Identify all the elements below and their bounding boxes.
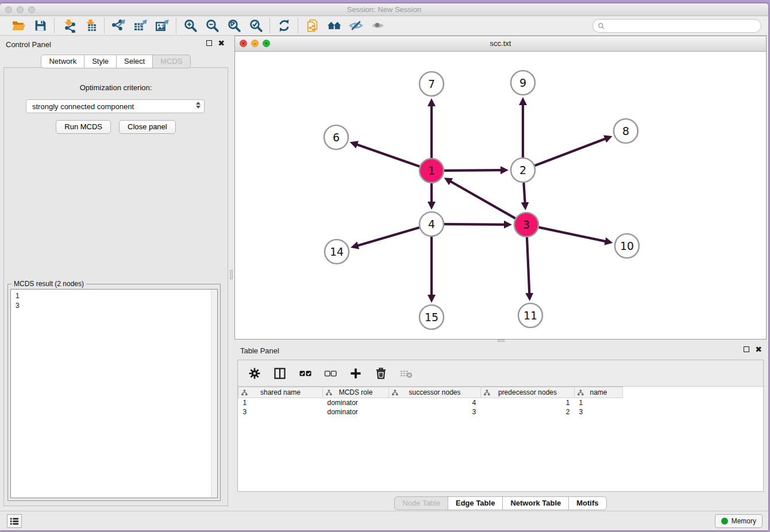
table-cell[interactable]: 1 [238,398,323,407]
tab-mcds[interactable]: MCDS [152,55,190,68]
table-row[interactable]: 1dominator411 [238,398,632,407]
edge-2-3[interactable] [523,183,525,203]
import-table-button[interactable] [82,18,98,34]
import-network-button[interactable] [60,18,76,34]
float-table-panel-icon[interactable] [744,346,749,352]
table-cell[interactable]: 4 [389,398,481,407]
export-table-button[interactable] [132,18,148,34]
graph-node-14[interactable]: 14 [325,240,349,264]
mcds-result-list[interactable]: 13 [10,289,218,498]
float-panel-icon[interactable] [206,40,212,46]
toggle-panel-layout-button[interactable] [272,366,287,381]
table-cell[interactable]: 1 [481,398,575,407]
graph-node-9[interactable]: 9 [511,71,535,95]
delete-column-button[interactable] [374,366,388,381]
graph-node-6[interactable]: 6 [324,125,348,149]
home-button[interactable] [326,18,342,34]
table-cell[interactable]: dominator [323,398,389,407]
edge-3-1[interactable] [451,182,515,218]
result-scrollbar[interactable] [211,290,217,498]
graph-node-11[interactable]: 11 [518,303,542,327]
column-header-name[interactable]: name [575,387,623,398]
network-canvas[interactable]: 1 2 3 4 6 7 8 9 10 11 14 15 [235,52,766,339]
table-panel-header: Table Panel ✖ [234,342,767,359]
import-table-icon [83,18,98,33]
delete-column-icon [374,367,388,380]
tab-edge-table[interactable]: Edge Table [448,496,503,510]
table-cell[interactable]: 2 [481,407,575,417]
open-network-file-button[interactable] [304,18,320,34]
edge-4-3[interactable] [444,224,505,225]
tab-node-table[interactable]: Node Table [394,496,448,510]
zoom-selected-button[interactable] [248,18,264,34]
deselect-all-rows-icon [324,367,337,380]
delete-table-button[interactable] [399,366,414,381]
graph-node-8[interactable]: 8 [614,119,638,143]
vertical-split-handle[interactable] [230,270,233,279]
add-column-button[interactable] [348,366,363,381]
search-input[interactable] [608,22,756,30]
column-header-shared-name[interactable]: shared name [238,387,323,398]
table-row[interactable]: 3dominator323 [238,407,632,417]
column-type-icon [578,390,584,396]
tab-network[interactable]: Network [41,55,84,68]
table-panel: Table Panel ✖ shared name MCDS role succ… [234,342,767,511]
column-header-predecessor-nodes[interactable]: predecessor nodes [481,387,575,398]
table-settings-button[interactable] [247,366,262,381]
table-settings-icon [248,367,261,380]
mcds-result-title: MCDS result (2 nodes) [11,280,86,288]
network-window-titlebar[interactable]: ✕ – + scc.txt [235,36,766,52]
edge-2-8[interactable] [535,139,606,166]
show-graphics-details-button[interactable] [369,18,386,34]
window-title: Session: New Session [0,5,768,14]
edge-3-11[interactable] [527,237,529,294]
edge-4-14[interactable] [358,228,419,245]
refresh-network-button[interactable] [276,18,292,34]
table-panel-content: shared name MCDS role successor nodes pr… [237,360,764,492]
table-cell[interactable]: dominator [323,407,389,417]
zoom-out-button[interactable] [204,18,220,34]
run-mcds-button[interactable]: Run MCDS [56,120,111,134]
control-panel-title: Control Panel [6,40,51,49]
close-table-panel-icon[interactable]: ✖ [755,346,762,352]
close-panel-button[interactable]: Close panel [119,120,176,134]
edge-1-6[interactable] [357,145,419,167]
table-cell[interactable]: 3 [238,407,323,417]
close-panel-icon[interactable]: ✖ [218,40,225,46]
column-header-MCDS-role[interactable]: MCDS role [323,387,389,398]
export-network-icon [111,18,126,33]
save-session-button[interactable] [32,18,48,34]
task-history-button[interactable] [7,514,22,528]
table-cell[interactable]: 3 [575,407,623,417]
graph-node-15[interactable]: 15 [419,305,444,329]
table-cell[interactable]: 1 [575,398,623,407]
deselect-all-rows-button[interactable] [323,366,338,381]
select-all-rows-button[interactable] [298,366,313,381]
column-header-successor-nodes[interactable]: successor nodes [389,387,481,398]
graph-node-1[interactable]: 1 [419,159,444,183]
node-label: 14 [330,245,344,258]
tab-motifs[interactable]: Motifs [568,496,606,510]
graph-node-2[interactable]: 2 [511,158,535,182]
export-image-button[interactable] [154,18,170,34]
zoom-in-button[interactable] [182,18,198,34]
edge-1-2[interactable] [444,170,501,171]
graph-node-10[interactable]: 10 [615,234,639,258]
zoom-fit-button[interactable] [226,18,242,34]
graph-node-3[interactable]: 3 [514,213,538,237]
node-label: 9 [519,76,526,89]
table-cell[interactable]: 3 [389,407,481,417]
export-network-button[interactable] [110,18,126,34]
graph-node-7[interactable]: 7 [419,72,444,96]
graph-node-4[interactable]: 4 [419,212,444,236]
hide-graphics-details-button[interactable] [348,18,364,34]
open-session-button[interactable] [10,18,26,34]
tab-select[interactable]: Select [116,55,153,68]
memory-button[interactable]: Memory [715,514,763,528]
tab-style[interactable]: Style [84,55,117,68]
search-box[interactable] [592,19,761,33]
tab-network-table[interactable]: Network Table [502,496,569,510]
edge-3-10[interactable] [539,228,606,242]
table-panel-title: Table Panel [240,346,279,355]
criterion-dropdown[interactable]: strongly connected component [26,99,205,113]
